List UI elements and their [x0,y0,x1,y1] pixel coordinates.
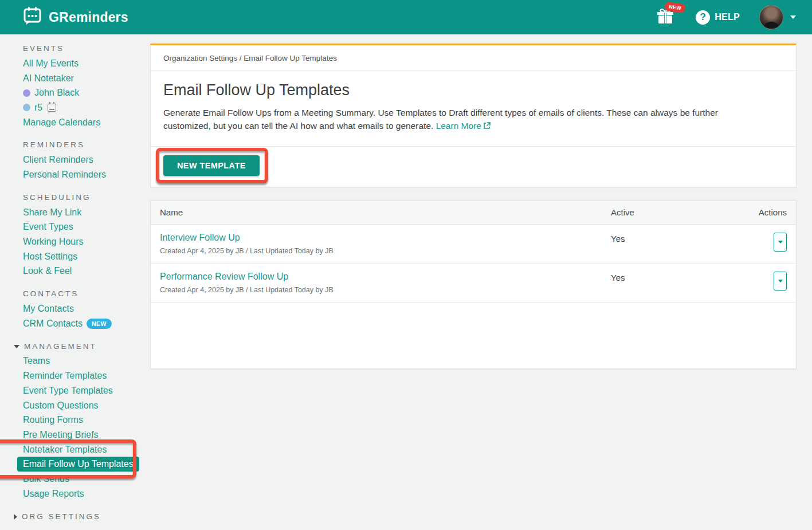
template-meta: Created Apr 4, 2025 by JB / Last Updated… [160,286,611,294]
calendar-icon [48,104,56,112]
app-header: GReminders NEW ? HELP [0,0,812,34]
section-title-contacts: CONTACTS [0,286,150,301]
question-mark-icon: ? [696,10,710,25]
table-row: Interview Follow Up Created Apr 4, 2025 … [151,225,796,264]
gift-icon [656,18,675,28]
sidebar-item-client-reminders[interactable]: Client Reminders [0,152,150,167]
column-header-name[interactable]: Name [160,207,611,217]
sidebar-item-my-contacts[interactable]: My Contacts [0,301,150,316]
sidebar-item-event-types[interactable]: Event Types [0,220,150,235]
external-link-icon [483,120,491,133]
page-description: Generate Email Follow Ups from a Meeting… [163,106,765,134]
section-toggle-management[interactable]: MANAGEMENT [0,339,150,354]
page-header-card: Organization Settings / Email Follow Up … [150,44,797,187]
help-button[interactable]: ? HELP [696,10,740,25]
active-value: Yes [611,234,743,244]
sidebar-item-routing-forms[interactable]: Routing Forms [0,413,150,427]
sidebar-item-event-type-templates[interactable]: Event Type Templates [0,383,150,398]
row-actions-dropdown-button[interactable] [774,233,787,252]
breadcrumb[interactable]: Organization Settings / Email Follow Up … [163,54,337,62]
template-meta: Created Apr 4, 2025 by JB / Last Updated… [160,247,611,255]
chevron-down-icon [778,280,783,282]
sidebar-item-teams[interactable]: Teams [0,354,150,369]
help-label: HELP [715,12,740,22]
chevron-down-icon [778,241,783,244]
sidebar-item-john-black[interactable]: John Black [0,85,150,100]
sidebar-item-usage-reports[interactable]: Usage Reports [0,486,150,501]
sidebar-item-crm-contacts[interactable]: CRM Contacts NEW [0,316,150,331]
sidebar-item-bulk-sends[interactable]: Bulk Sends [0,472,150,486]
section-title-scheduling: SCHEDULING [0,190,150,205]
sidebar-item-ai-notetaker[interactable]: AI Notetaker [0,71,150,86]
sidebar-item-notetaker-templates[interactable]: Notetaker Templates [0,442,150,457]
triangle-right-icon [14,514,17,520]
table-header-row: Name Active Actions [151,201,796,225]
calendar-color-dot [23,104,30,111]
sidebar-item-all-my-events[interactable]: All My Events [0,56,150,71]
section-title-reminders: REMINDERS [0,138,150,152]
column-header-actions: Actions [743,207,787,217]
sidebar-item-pre-meeting-briefs[interactable]: Pre Meeting Briefs [0,427,150,442]
sidebar-item-look-and-feel[interactable]: Look & Feel [0,264,150,279]
template-link[interactable]: Performance Review Follow Up [160,272,288,281]
chevron-down-icon [790,15,796,19]
new-badge: NEW [87,319,112,329]
templates-table: Name Active Actions Interview Follow Up … [150,200,797,369]
template-link[interactable]: Interview Follow Up [160,233,240,242]
sidebar: EVENTS All My Events AI Notetaker John B… [0,34,150,530]
user-menu[interactable] [759,5,796,29]
brand-name: GReminders [49,10,128,25]
whats-new-button[interactable]: NEW [656,7,676,28]
sidebar-item-share-my-link[interactable]: Share My Link [0,205,150,220]
sidebar-item-reminder-templates[interactable]: Reminder Templates [0,368,150,383]
row-actions-dropdown-button[interactable] [774,272,787,290]
brand[interactable]: GReminders [22,6,128,29]
sidebar-item-working-hours[interactable]: Working Hours [0,234,150,249]
calendar-color-dot [23,89,30,97]
new-template-button[interactable]: NEW TEMPLATE [163,155,260,176]
sidebar-item-custom-questions[interactable]: Custom Questions [0,398,150,413]
sidebar-item-manage-calendars[interactable]: Manage Calendars [0,115,150,130]
column-header-active[interactable]: Active [611,207,743,217]
section-title-events: EVENTS [0,41,150,56]
section-toggle-org-settings[interactable]: ORG SETTINGS [0,509,150,524]
sidebar-item-personal-reminders[interactable]: Personal Reminders [0,167,150,182]
triangle-down-icon [14,345,19,348]
active-value: Yes [611,273,743,282]
sidebar-item-r5[interactable]: r5 [0,100,150,115]
table-row: Performance Review Follow Up Created Apr… [151,264,796,303]
greminders-logo-icon [22,6,43,29]
sidebar-item-email-follow-up-templates[interactable]: Email Follow Up Templates [17,457,139,472]
sidebar-item-host-settings[interactable]: Host Settings [0,249,150,264]
learn-more-link[interactable]: Learn More [436,121,491,131]
page-title: Email Follow Up Templates [163,81,783,99]
avatar [759,5,783,29]
main-content: Organization Settings / Email Follow Up … [150,34,812,530]
